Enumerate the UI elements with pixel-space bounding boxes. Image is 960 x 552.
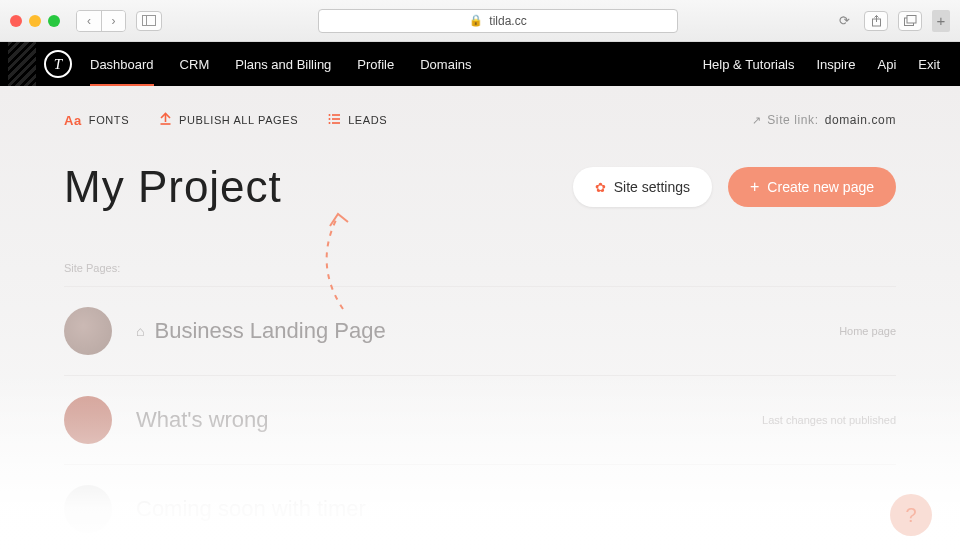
page-row[interactable]: ⌂ Business Landing Page Home page	[64, 286, 896, 375]
page-title-text: Business Landing Page	[154, 318, 385, 344]
forward-button[interactable]: ›	[101, 11, 125, 31]
help-chat-button[interactable]: ?	[890, 494, 932, 536]
nav-inspire[interactable]: Inspire	[817, 43, 856, 86]
back-button[interactable]: ‹	[77, 11, 101, 31]
site-settings-label: Site settings	[614, 179, 690, 195]
nav-help[interactable]: Help & Tutorials	[703, 43, 795, 86]
page-meta: Home page	[839, 325, 896, 337]
minimize-window-icon[interactable]	[29, 15, 41, 27]
publish-label: PUBLISH ALL PAGES	[179, 114, 298, 126]
brand-pattern	[8, 42, 36, 86]
share-button[interactable]	[864, 11, 888, 31]
fonts-tool[interactable]: Aa FONTS	[64, 113, 129, 128]
site-settings-button[interactable]: ✿ Site settings	[573, 167, 712, 207]
fonts-icon: Aa	[64, 113, 82, 128]
leads-tool[interactable]: LEADS	[328, 113, 387, 128]
pages-section: Site Pages: ⌂ Business Landing Page Home…	[0, 262, 960, 552]
publish-tool[interactable]: PUBLISH ALL PAGES	[159, 112, 298, 128]
leads-icon	[328, 113, 341, 128]
address-text: tilda.cc	[489, 14, 526, 28]
page-thumbnail	[64, 307, 112, 355]
home-icon: ⌂	[136, 323, 144, 339]
project-toolbar: Aa FONTS PUBLISH ALL PAGES LEADS ↗ Site …	[0, 86, 960, 128]
page-row[interactable]: What's wrong Last changes not published	[64, 375, 896, 464]
page-thumbnail	[64, 485, 112, 533]
page-title-text: Coming soon with timer	[136, 496, 366, 522]
external-link-icon: ↗	[752, 114, 762, 127]
sitelink-label: Site link:	[767, 113, 818, 127]
show-sidebar-button[interactable]	[136, 11, 162, 31]
close-window-icon[interactable]	[10, 15, 22, 27]
nav-domains[interactable]: Domains	[420, 43, 471, 86]
plus-icon: +	[750, 179, 759, 195]
project-title: My Project	[64, 162, 282, 212]
project-title-row: My Project ✿ Site settings + Create new …	[0, 128, 960, 242]
site-link[interactable]: ↗ Site link: domain.com	[752, 113, 896, 127]
create-page-button[interactable]: + Create new page	[728, 167, 896, 207]
nav-back-forward: ‹ ›	[76, 10, 126, 32]
create-page-label: Create new page	[767, 179, 874, 195]
nav-exit[interactable]: Exit	[918, 43, 940, 86]
gear-icon: ✿	[595, 180, 606, 195]
fullscreen-window-icon[interactable]	[48, 15, 60, 27]
nav-dashboard[interactable]: Dashboard	[90, 43, 154, 86]
page-meta: Last changes not published	[762, 414, 896, 426]
nav-crm[interactable]: CRM	[180, 43, 210, 86]
new-tab-button[interactable]: +	[932, 10, 950, 32]
nav-plans[interactable]: Plans and Billing	[235, 43, 331, 86]
traffic-lights	[10, 15, 60, 27]
content-area: Aa FONTS PUBLISH ALL PAGES LEADS ↗ Site …	[0, 86, 960, 552]
leads-label: LEADS	[348, 114, 387, 126]
sitelink-domain: domain.com	[825, 113, 896, 127]
nav-profile[interactable]: Profile	[357, 43, 394, 86]
lock-icon: 🔒	[469, 14, 483, 27]
address-bar[interactable]: 🔒 tilda.cc	[318, 9, 678, 33]
svg-point-13	[329, 122, 331, 124]
app-topnav: T Dashboard CRM Plans and Billing Profil…	[0, 42, 960, 86]
svg-rect-5	[907, 16, 916, 24]
svg-rect-0	[143, 16, 156, 26]
nav-api[interactable]: Api	[878, 43, 897, 86]
tabs-button[interactable]	[898, 11, 922, 31]
browser-chrome: ‹ › 🔒 tilda.cc ⟳ +	[0, 0, 960, 42]
svg-point-11	[329, 114, 331, 116]
page-row[interactable]: Coming soon with timer	[64, 464, 896, 552]
page-thumbnail	[64, 396, 112, 444]
help-icon: ?	[905, 504, 916, 527]
page-title-text: What's wrong	[136, 407, 269, 433]
upload-icon	[159, 112, 172, 128]
tilda-logo-icon[interactable]: T	[44, 50, 72, 78]
reload-button[interactable]: ⟳	[834, 13, 854, 28]
fonts-label: FONTS	[89, 114, 129, 126]
pages-section-label: Site Pages:	[64, 262, 896, 274]
svg-point-12	[329, 118, 331, 120]
